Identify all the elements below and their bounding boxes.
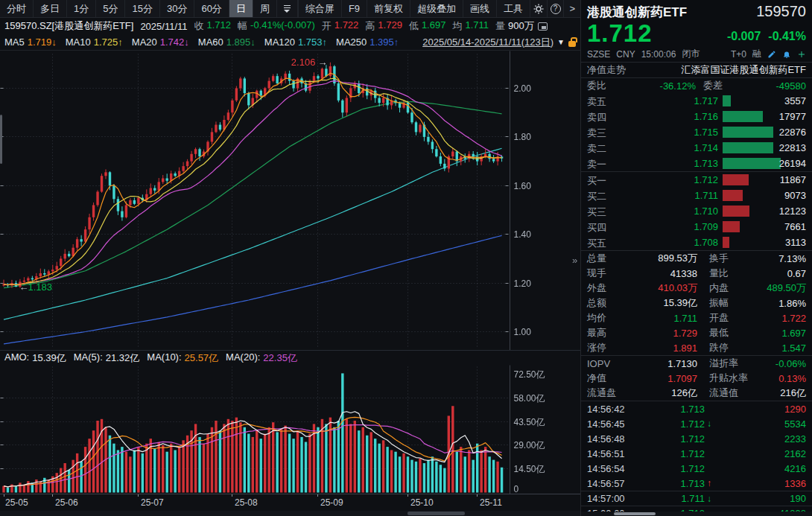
volume-legend-row: AMO:15.39亿MA(5):21.32亿MA(10):25.57亿MA(20… [0, 350, 580, 365]
tick-row-14:56:45: 14:56:451.712↓5534 [581, 416, 812, 431]
vol-legend-MA10: MA(10):25.57亿 [147, 351, 218, 365]
tick-list: 14:56:421.713129014:56:451.712↓553414:56… [581, 401, 812, 516]
add-watchlist-plus-icon[interactable] [797, 49, 806, 60]
toolbar-item-5[interactable]: 工具 [496, 0, 530, 17]
stat-row-IOPV: IOPV1.7130溢折率-0.06% [581, 356, 812, 371]
date-range-text[interactable]: 2025/05/14-2025/11/11(123日) [422, 36, 554, 49]
trading-app-window: 分时多日1分5分15分30分60分日周 综合屏F9前复权超级叠加画线工具 ? >… [0, 0, 812, 516]
book-row-卖四[interactable]: 卖四1.71617977 [581, 109, 812, 124]
quote-header: 港股通创新药ETF 159570 [581, 0, 812, 21]
tick-row-14:56:48: 14:56:481.7122233 [581, 431, 812, 446]
date-range-control[interactable]: 2025/05/14-2025/11/11(123日) ▼ [422, 36, 576, 49]
vol-legend-MA5: MA(5):21.32亿 [74, 351, 140, 365]
toolbar-right-items: 综合屏F9前复权超级叠加画线工具 [298, 0, 530, 17]
stat-row-现手: 现手41338量比0.67 [581, 266, 812, 281]
weibi-row: 委比 -36.12% 委差 -49580 [581, 78, 812, 93]
toolbar-item-3[interactable]: 超级叠加 [410, 0, 463, 17]
book-row-卖一[interactable]: 卖一1.71326194 [581, 156, 812, 171]
ma-legend-MA60: MA601.895↓ [198, 36, 256, 48]
alert-bell-icon[interactable] [782, 49, 791, 60]
x-axis-strip: 25-0525-0625-0725-0825-0925-1025-11 [0, 494, 580, 511]
period-tab-3[interactable]: 5分 [96, 0, 125, 17]
period-tab-4[interactable]: 15分 [125, 0, 159, 17]
stock-code: 159570 [756, 3, 806, 20]
margin-badge: 融 [752, 48, 761, 60]
weicha-label: 委差 [703, 79, 723, 92]
book-row-卖五[interactable]: 卖五1.7173557 [581, 93, 812, 109]
tick-row-14:56:57: 14:56:571.713↑1336 [581, 476, 812, 491]
month-label-25-10: 25-10 [410, 497, 434, 508]
panel-scrollbar[interactable] [581, 512, 812, 516]
book-row-买三[interactable]: 买三1.71012123 [581, 203, 812, 219]
toolbar-item-2[interactable]: 前复权 [367, 0, 410, 17]
toolbar-expand-chevron-icon[interactable]: > [563, 0, 580, 17]
period-tab-6[interactable]: 60分 [194, 0, 229, 17]
quote-time: 15:00:06 [641, 49, 676, 60]
nav-trend-link[interactable]: 净值走势 [587, 63, 626, 77]
period-tab-5[interactable]: 30分 [160, 0, 194, 17]
edit-pencil-icon[interactable] [767, 49, 776, 60]
date-range-dropdown-icon[interactable]: ▼ [557, 38, 565, 46]
period-tabs: 分时多日1分5分15分30分60分日周 [0, 0, 277, 17]
month-tick [232, 494, 232, 497]
ma-legend-MA20: MA201.742↓ [132, 36, 189, 48]
tick-row-14:56:54: 14:56:541.7124216 [581, 461, 812, 476]
month-tick [317, 494, 318, 497]
main-chart-canvas[interactable] [0, 51, 580, 350]
month-label-25-09: 25-09 [320, 497, 343, 508]
period-tab-7[interactable]: 日 [229, 0, 253, 17]
period-tab-2[interactable]: 1分 [67, 0, 96, 17]
depth-bar [723, 127, 773, 138]
toolbar-item-1[interactable]: F9 [341, 0, 367, 17]
period-toolbar: 分时多日1分5分15分30分60分日周 综合屏F9前复权超级叠加画线工具 ? > [0, 0, 580, 18]
exchange-label: SZSE [587, 49, 610, 60]
quote-field-高: 高1.729 [365, 19, 402, 33]
stat-row-净值: 净值1.7097升贴水率0.13% [581, 371, 812, 386]
vol-legend-MA20: MA(20):22.35亿 [226, 351, 297, 365]
chart-horizontal-scrollbar[interactable] [0, 511, 580, 516]
left-scroll-indicator[interactable] [0, 115, 2, 164]
mini-window-icon[interactable] [538, 22, 548, 31]
book-row-卖二[interactable]: 卖二1.71422813 [581, 140, 812, 156]
vol-legend-AMO: AMO:15.39亿 [4, 351, 66, 365]
toolbar-item-0[interactable]: 综合屏 [298, 0, 341, 17]
period-tab-1[interactable]: 多日 [34, 0, 67, 17]
book-row-买四[interactable]: 买四1.7097661 [581, 219, 812, 235]
ma-legend-MA120: MA1201.753↑ [264, 36, 327, 48]
session-date: 2025/11/11 [140, 21, 187, 32]
depth-bar [723, 95, 731, 106]
tick-row-14:56:42: 14:56:421.7131290 [581, 401, 812, 416]
settings-gear-icon[interactable] [530, 0, 547, 17]
main-chart-pane [0, 51, 580, 350]
month-tick [407, 494, 408, 497]
depth-bar [723, 158, 781, 169]
scrollbar-thumb[interactable] [407, 512, 465, 515]
buy-levels: 买一1.71211867买二1.7119073买三1.71012123买四1.7… [581, 172, 812, 250]
panel-collapse-chevron-icon[interactable]: » [572, 255, 577, 266]
book-row-买一[interactable]: 买一1.71211867 [581, 172, 812, 188]
quote-field-收: 收1.712 [194, 19, 232, 33]
ma-legend-MA5: MA51.719↓ [4, 36, 57, 48]
help-icon[interactable]: ? [547, 0, 564, 17]
stat-row-总额: 总额15.39亿振幅1.86% [581, 296, 812, 310]
tick-row-14:57:00: 14:57:001.711↓190 [581, 491, 812, 506]
book-row-买五[interactable]: 买五1.7083113 [581, 235, 812, 250]
toolbar-item-4[interactable]: 画线 [463, 0, 496, 17]
book-row-买二[interactable]: 买二1.7119073 [581, 188, 812, 203]
volume-chart-canvas[interactable] [0, 365, 580, 494]
month-label-25-08: 25-08 [235, 497, 258, 508]
change-value: -0.007 [727, 30, 761, 43]
meta-line: SZSE CNY 15:00:06 闭市 T+0 融 [581, 45, 812, 62]
depth-bar [723, 174, 749, 185]
panel-scrollbar-thumb[interactable] [614, 512, 656, 515]
sell-levels: 卖五1.7173557卖四1.71617977卖三1.71522876卖二1.7… [581, 93, 812, 171]
period-tab-0[interactable]: 分时 [0, 0, 34, 17]
more-periods-dropdown-icon[interactable] [277, 0, 298, 17]
ma-legend-items: MA51.719↓MA101.725↑MA201.742↓MA601.895↓M… [4, 36, 399, 48]
weibi-label: 委比 [587, 79, 606, 92]
book-row-卖三[interactable]: 卖三1.71522876 [581, 124, 812, 140]
unlock-icon[interactable] [568, 41, 576, 47]
period-tab-8[interactable]: 周 [253, 0, 277, 17]
stock-name: 港股通创新药ETF [587, 4, 687, 21]
stat-row-均价: 均价1.711开盘1.722 [581, 310, 812, 325]
